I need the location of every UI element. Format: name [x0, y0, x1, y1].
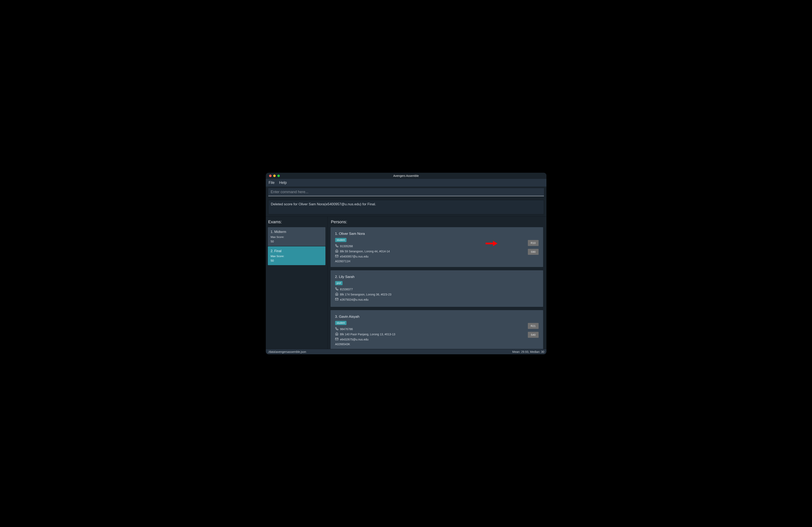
- person-email: e5400957@u.nus.edu: [340, 255, 368, 258]
- content-area: Exams: 1. MidtermMax Score:502. FinalMax…: [266, 217, 547, 349]
- person-tags: prof: [335, 281, 522, 285]
- person-phone-row: 91335268: [335, 244, 522, 248]
- person-card[interactable]: 2. Lily Sarahprof81538377Blk 174 Serango…: [331, 270, 543, 307]
- persons-panel: Persons: 1. Oliver Sam Norastudent913352…: [328, 217, 547, 349]
- exams-panel: Exams: 1. MidtermMax Score:502. FinalMax…: [266, 217, 328, 349]
- person-name: 1. Oliver Sam Nora: [335, 232, 522, 236]
- exam-item[interactable]: 1. MidtermMax Score:50: [268, 227, 325, 246]
- titlebar: Avengers Assemble: [266, 173, 547, 179]
- person-main: 3. Gavin Aisyahstudent98476786Blk 140 Pa…: [335, 315, 522, 346]
- exam-max-value: 50: [271, 240, 322, 243]
- mail-icon: [335, 297, 338, 302]
- person-main: 1. Oliver Sam Norastudent91335268Blk 59 …: [335, 232, 522, 263]
- phone-icon: [335, 244, 338, 248]
- exam-max-label: Max Score:: [271, 235, 322, 238]
- command-bar: [266, 187, 547, 197]
- person-address-row: Blk 174 Serangoon, Lorong 36, #023-23: [335, 292, 522, 296]
- command-input[interactable]: [268, 188, 544, 196]
- phone-icon: [335, 287, 338, 291]
- person-phone: 91335268: [340, 245, 353, 248]
- exam-name: 2. Final: [271, 249, 322, 253]
- person-address-row: Blk 140 Pasir Panjang, Lorong 13, #013-1…: [335, 332, 522, 336]
- exam-max-value: 50: [271, 259, 322, 262]
- person-address: Blk 140 Pasir Panjang, Lorong 13, #013-1…: [340, 333, 395, 336]
- menu-help[interactable]: Help: [279, 180, 287, 185]
- home-icon: [335, 292, 338, 296]
- close-window-button[interactable]: [269, 175, 272, 177]
- person-badges: R10S90: [524, 232, 539, 263]
- person-phone: 98476786: [340, 327, 353, 331]
- result-message: Deleted score for Oliver Sam Nora(e54009…: [271, 202, 376, 206]
- exam-list: 1. MidtermMax Score:502. FinalMax Score:…: [268, 227, 325, 265]
- window-title: Avengers Assemble: [266, 174, 547, 177]
- persons-panel-title: Persons:: [331, 220, 544, 224]
- person-email-row: e6432675@u.nus.edu: [335, 337, 522, 341]
- person-name: 3. Gavin Aisyah: [335, 315, 522, 319]
- person-badge: R10: [528, 240, 539, 246]
- mail-icon: [335, 254, 338, 258]
- person-card[interactable]: 3. Gavin Aisyahstudent98476786Blk 140 Pa…: [331, 310, 543, 349]
- status-stats: Mean: 29.93, Median: 30: [512, 350, 545, 353]
- person-address: Blk 59 Serangoon, Lorong 44, #014-14: [340, 250, 390, 253]
- window-controls: [266, 175, 280, 177]
- person-tags: student: [335, 321, 522, 325]
- person-tags: student: [335, 238, 522, 242]
- person-tag: student: [335, 321, 347, 325]
- person-main: 2. Lily Sarahprof81538377Blk 174 Serango…: [335, 275, 522, 303]
- person-badge: S40: [528, 332, 538, 338]
- menu-file[interactable]: File: [269, 180, 275, 185]
- person-phone-row: 98476786: [335, 327, 522, 331]
- result-display: Deleted score for Oliver Sam Nora(e54009…: [268, 200, 544, 215]
- person-address-row: Blk 59 Serangoon, Lorong 44, #014-14: [335, 249, 522, 253]
- statusbar: ./data\avengersassemble.json Mean: 29.93…: [266, 349, 547, 354]
- person-list[interactable]: 1. Oliver Sam Norastudent91335268Blk 59 …: [331, 227, 545, 349]
- app-window: Avengers Assemble File Help Deleted scor…: [266, 173, 547, 354]
- person-tag: prof: [335, 281, 343, 285]
- person-badge: R21: [528, 323, 539, 329]
- person-matric: A0260711H: [335, 260, 522, 263]
- person-email-row: e2675024@u.nus.edu: [335, 297, 522, 302]
- person-matric: A0266543K: [335, 342, 522, 346]
- person-email-row: e5400957@u.nus.edu: [335, 254, 522, 258]
- person-card[interactable]: 1. Oliver Sam Norastudent91335268Blk 59 …: [331, 227, 543, 267]
- person-address: Blk 174 Serangoon, Lorong 36, #023-23: [340, 293, 391, 296]
- minimize-window-button[interactable]: [273, 175, 276, 177]
- person-tag: student: [335, 238, 347, 242]
- maximize-window-button[interactable]: [277, 175, 280, 177]
- person-badges: [524, 275, 539, 303]
- person-email: e6432675@u.nus.edu: [340, 338, 368, 341]
- home-icon: [335, 332, 338, 336]
- menubar: File Help: [266, 179, 547, 187]
- exam-max-label: Max Score:: [271, 254, 322, 258]
- person-badges: R21S40: [524, 315, 539, 346]
- status-path: ./data\avengersassemble.json: [268, 350, 306, 353]
- person-phone-row: 81538377: [335, 287, 522, 291]
- exam-name: 1. Midterm: [271, 230, 322, 234]
- phone-icon: [335, 327, 338, 331]
- exams-panel-title: Exams:: [268, 220, 325, 224]
- person-email: e2675024@u.nus.edu: [340, 298, 368, 301]
- person-name: 2. Lily Sarah: [335, 275, 522, 279]
- person-phone: 81538377: [340, 288, 353, 291]
- mail-icon: [335, 337, 338, 341]
- person-badge: S90: [528, 249, 538, 255]
- home-icon: [335, 249, 338, 253]
- exam-item[interactable]: 2. FinalMax Score:50: [268, 246, 325, 265]
